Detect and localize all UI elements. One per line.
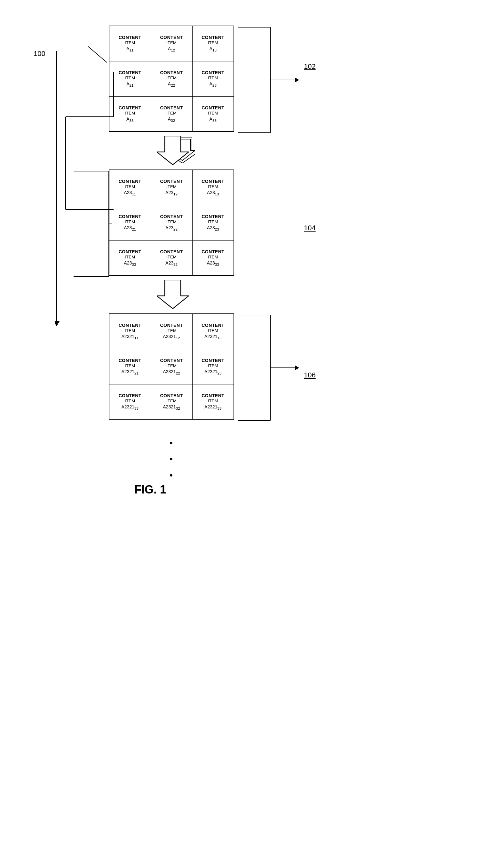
cell-a2333: CONTENT ITEM A2333: [109, 240, 151, 275]
svg-marker-19: [157, 280, 189, 309]
table-row: CONTENT ITEM A33 CONTENT ITEM A32 CONTEN…: [109, 96, 234, 131]
grid-106: CONTENT ITEM A232111 CONTENT ITEM A23211…: [109, 313, 234, 420]
cell-a2321: CONTENT ITEM A2321: [109, 205, 151, 240]
continuation-dots: • • •: [170, 435, 173, 483]
hollow-arrow-1: [157, 136, 189, 165]
cell-a21: CONTENT ITEM A21: [109, 61, 151, 96]
cell-a23: CONTENT ITEM A23: [192, 61, 234, 96]
cell-a232122: CONTENT ITEM A232122: [151, 349, 192, 384]
bracket-102: [235, 26, 305, 134]
cell-a232112: CONTENT ITEM A232112: [151, 314, 192, 349]
cell-a32: CONTENT ITEM A32: [151, 96, 192, 131]
cell-a232123: CONTENT ITEM A232123: [192, 349, 234, 384]
cell-a2332: CONTENT ITEM A2332: [151, 240, 192, 275]
ref-104-label: 104: [304, 224, 316, 232]
svg-marker-6: [295, 78, 299, 82]
table-row: CONTENT ITEM A2311 CONTENT ITEM A2312 CO…: [109, 170, 234, 205]
cell-a22: CONTENT ITEM A22: [151, 61, 192, 96]
svg-marker-21: [55, 321, 60, 326]
cell-a232132: CONTENT ITEM A232132: [151, 384, 192, 419]
table-row: CONTENT ITEM A2321 CONTENT ITEM A2322 CO…: [109, 205, 234, 240]
table-row: CONTENT ITEM A232133 CONTENT ITEM A23213…: [109, 384, 234, 419]
cell-a12: CONTENT ITEM A12: [151, 26, 192, 61]
table-row: CONTENT ITEM A232111 CONTENT ITEM A23211…: [109, 314, 234, 349]
svg-marker-9: [157, 136, 189, 165]
svg-marker-26: [295, 366, 299, 370]
hollow-arrow-2: [157, 280, 189, 309]
cell-a2323: CONTENT ITEM A2323: [192, 205, 234, 240]
grid-102: CONTENT ITEM A11 CONTENT ITEM A12 CONTEN…: [109, 26, 234, 132]
table-row: CONTENT ITEM A232121 CONTENT ITEM A23212…: [109, 349, 234, 384]
cell-a2312: CONTENT ITEM A2312: [151, 170, 192, 205]
cell-a33-2: CONTENT ITEM A33: [192, 96, 234, 131]
cell-a11: CONTENT ITEM A11: [109, 26, 151, 61]
grid-104: CONTENT ITEM A2311 CONTENT ITEM A2312 CO…: [109, 169, 234, 276]
table-row: CONTENT ITEM A21 CONTENT ITEM A22 CONTEN…: [109, 61, 234, 96]
ref-102-label: 102: [304, 62, 316, 71]
cell-a232133-2: CONTENT ITEM A232133: [192, 384, 234, 419]
cell-a232111: CONTENT ITEM A232111: [109, 314, 151, 349]
diagram-container: 100 CONTENT ITEM A11 CONTENT ITEM A12 CO…: [0, 0, 484, 868]
cell-a13: CONTENT ITEM A13: [192, 26, 234, 61]
cell-a232121: CONTENT ITEM A232121: [109, 349, 151, 384]
cell-a2322: CONTENT ITEM A2322: [151, 205, 192, 240]
table-row: CONTENT ITEM A2333 CONTENT ITEM A2332 CO…: [109, 240, 234, 275]
cell-a33-1: CONTENT ITEM A33: [109, 96, 151, 131]
cell-a2313: CONTENT ITEM A2313: [192, 170, 234, 205]
cell-a2333-2: CONTENT ITEM A2333: [192, 240, 234, 275]
cell-a2311: CONTENT ITEM A2311: [109, 170, 151, 205]
figure-caption: FIG. 1: [134, 483, 167, 496]
table-row: CONTENT ITEM A11 CONTENT ITEM A12 CONTEN…: [109, 26, 234, 61]
cell-a232113: CONTENT ITEM A232113: [192, 314, 234, 349]
ref-100-to-106-arrow: [55, 50, 113, 328]
cell-a232133: CONTENT ITEM A232133: [109, 384, 151, 419]
bracket-106: [235, 313, 307, 422]
